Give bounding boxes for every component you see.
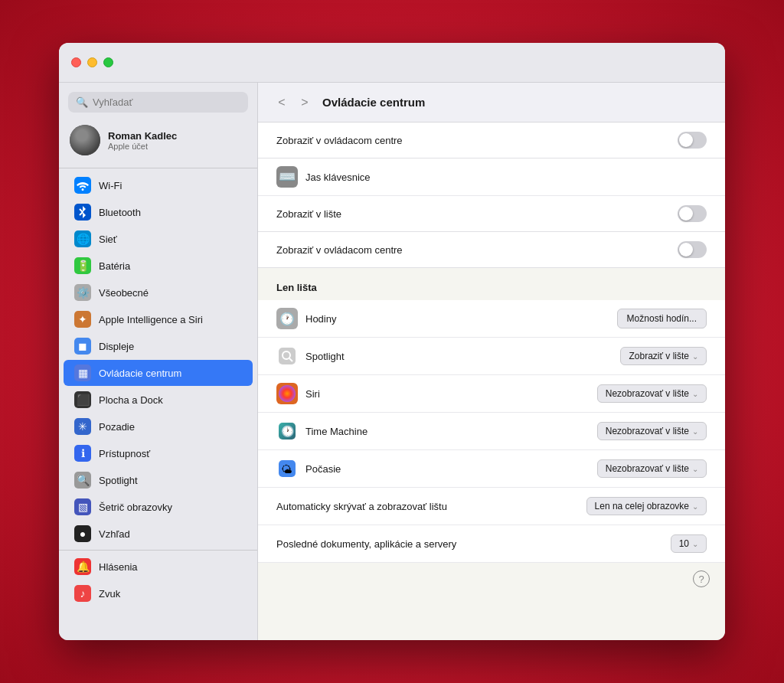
jas-zobrazit-ovladacom-toggle[interactable] [678,241,707,258]
jas-zobrazit-ovladacom-label: Zobraziť v ovládacom centre [276,244,403,256]
svg-rect-2 [279,348,296,364]
displeje-label: Displeje [99,341,134,352]
top-toggle[interactable] [678,132,707,149]
sidebar-item-hlasenia[interactable]: 🔔Hlásenia [64,554,253,580]
apple-intelligence-icon: ✦ [74,311,91,328]
pocasie-name: Počasie [305,463,341,475]
time-machine-icon: 🕐 [276,420,298,442]
displeje-icon: ◼ [74,338,91,355]
content-header: < > Ovládacie centrum [258,83,725,123]
spotlight-dropdown[interactable]: Zobraziť v lište ⌄ [620,347,707,365]
bateria-icon: 🔋 [74,257,91,274]
sidebar-item-setric[interactable]: ▧Šetrič obrazovky [64,494,253,520]
user-profile[interactable]: Roman Kadlec Apple účet [59,119,257,165]
jas-klavesnice-icon: ⌨️ [276,166,298,188]
chevron-icon: ⌄ [692,465,698,473]
vseobecne-icon: ⚙️ [74,284,91,301]
apple-intelligence-label: Apple Intelligence a Siri [99,314,203,325]
sidebar-item-vzhLad[interactable]: ●Vzhľad [64,521,253,547]
top-toggle-label: Zobraziť v ovládacom centre [276,135,403,146]
pozadie-icon: ✳ [74,418,91,435]
hlasenia-icon: 🔔 [74,558,91,575]
minimize-button[interactable] [87,57,97,67]
chevron-icon: ⌄ [692,352,698,361]
vseobecne-label: Všeobecné [99,287,149,299]
main-body: 🔍 Roman Kadlec Apple účet Wi-FiBluetooth… [59,83,725,640]
sidebar-item-plocha-dock[interactable]: ⬛Plocha a Dock [64,387,253,413]
search-icon: 🔍 [76,96,88,108]
sidebar-item-ovladacie-centrum[interactable]: ▦Ovládacie centrum [64,360,253,386]
spotlight-icon: 🔍 [74,472,91,489]
spotlight-icon [276,345,298,367]
content-title: Ovládacie centrum [322,96,425,109]
len-lista-item-spotlight: SpotlightZobraziť v lište ⌄ [258,338,725,375]
setric-label: Šetrič obrazovky [99,502,172,513]
sidebar-item-apple-intelligence[interactable]: ✦Apple Intelligence a Siri [64,306,253,332]
chevron-icon: ⌄ [692,427,698,436]
bottom-row-auto-skryvat: Automaticky skrývať a zobrazovať lištuLe… [258,488,725,525]
sidebar-item-siet[interactable]: 🌐Sieť [64,226,253,252]
time-machine-dropdown[interactable]: Nezobrazovať v lište ⌄ [597,422,707,440]
jas-zobrazit-ovladacom-row: Zobraziť v ovládacom centre [258,232,725,268]
main-window: 🔍 Roman Kadlec Apple účet Wi-FiBluetooth… [59,43,725,640]
sidebar-item-bateria[interactable]: 🔋Batéria [64,253,253,279]
siri-name: Siri [305,388,320,400]
forward-button[interactable]: > [296,94,313,111]
siri-dropdown[interactable]: Nezobrazovať v lište ⌄ [597,384,707,403]
setric-icon: ▧ [74,498,91,515]
bateria-label: Batéria [99,260,130,272]
pocasie-dropdown[interactable]: Nezobrazovať v lište ⌄ [597,459,707,478]
hlasenia-label: Hlásenia [99,561,138,573]
back-button[interactable]: < [273,94,290,111]
len-lista-item-time-machine: 🕐Time MachineNezobrazovať v lište ⌄ [258,413,725,450]
bottom-rows: Automaticky skrývať a zobrazovať lištuLe… [258,488,725,563]
hodiny-name: Hodiny [305,313,336,325]
hodiny-icon: 🕐 [276,308,298,329]
content-body: Zobraziť v ovládacom centre ⌨️ Jas kláve… [258,123,725,640]
help-button[interactable]: ? [693,570,710,587]
bluetooth-label: Bluetooth [99,207,141,218]
bluetooth-icon [74,204,91,221]
user-subtitle: Apple účet [108,142,177,151]
zvuk-label: Zvuk [99,588,120,600]
close-button[interactable] [71,57,81,67]
svg-text:🌤: 🌤 [281,463,292,475]
sidebar-item-spotlight[interactable]: 🔍Spotlight [64,467,253,493]
maximize-button[interactable] [103,57,113,67]
plocha-dock-icon: ⬛ [74,391,91,408]
sidebar: 🔍 Roman Kadlec Apple účet Wi-FiBluetooth… [59,83,258,640]
ovladacie-centrum-label: Ovládacie centrum [99,368,181,379]
sidebar-items: Wi-FiBluetooth🌐Sieť🔋Batéria⚙️Všeobecné✦A… [59,172,257,607]
pristupnost-label: Prístupnosť [99,448,150,459]
wifi-icon [74,177,91,194]
traffic-lights [71,57,113,67]
chevron-icon: ⌄ [692,390,698,398]
jas-zobrazit-liste-toggle[interactable] [678,205,707,222]
sidebar-item-displeje[interactable]: ◼Displeje [64,333,253,359]
sidebar-item-pozadie[interactable]: ✳Pozadie [64,413,253,440]
search-input[interactable] [93,96,240,108]
titlebar [59,43,725,83]
sidebar-item-bluetooth[interactable]: Bluetooth [64,199,253,225]
wifi-label: Wi-Fi [99,180,122,191]
jas-klavesnice-header-row: ⌨️ Jas klávesnice [258,158,725,196]
plocha-dock-label: Plocha a Dock [99,394,163,406]
posledne-dokumenty-label: Posledné dokumenty, aplikácie a servery [276,538,456,550]
sidebar-item-zvuk[interactable]: ♪Zvuk [64,580,253,606]
search-bar[interactable]: 🔍 [68,92,248,113]
sidebar-item-wifi[interactable]: Wi-Fi [64,172,253,198]
zvuk-icon: ♪ [74,585,91,602]
user-info: Roman Kadlec Apple účet [108,130,177,151]
hodiny-action-button[interactable]: Možnosti hodín... [617,309,707,328]
auto-skryvat-value-dropdown[interactable]: Len na celej obrazovke ⌄ [586,497,707,515]
len-lista-title: Len lišta [276,282,317,293]
help-area: ? [258,563,725,595]
siri-icon [276,383,298,404]
sidebar-item-pristupnost[interactable]: ℹPrístupnosť [64,440,253,466]
pocasie-icon: 🌤 [276,458,298,479]
user-name: Roman Kadlec [108,130,177,142]
content-area: < > Ovládacie centrum Zobraziť v ovládac… [258,83,725,640]
posledne-dokumenty-value-dropdown[interactable]: 10 ⌄ [671,534,707,553]
len-lista-item-pocasie: 🌤PočasieNezobrazovať v lište ⌄ [258,450,725,488]
sidebar-item-vseobecne[interactable]: ⚙️Všeobecné [64,279,253,306]
